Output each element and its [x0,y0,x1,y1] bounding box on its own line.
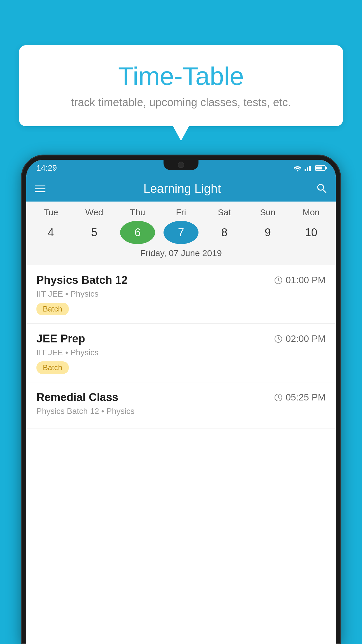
svg-line-8 [278,280,280,281]
schedule-item-physics-batch[interactable]: Physics Batch 12 01:00 PM IIT JEE • Phys… [26,265,336,324]
svg-rect-2 [307,167,308,171]
status-time: 14:29 [36,163,57,173]
schedule-list: Physics Batch 12 01:00 PM IIT JEE • Phys… [26,265,336,428]
schedule-item-subtitle-1: IIT JEE • Physics [36,289,326,299]
svg-point-0 [297,170,298,171]
day-header-thu: Thu [120,207,155,217]
app-title: Learning Light [57,182,307,196]
day-numbers: 4 5 6 7 8 9 10 [26,221,336,244]
day-7-selected[interactable]: 7 [164,221,198,244]
schedule-item-title-2: JEE Prep [36,332,85,345]
cell-signal-icon [305,165,313,171]
schedule-item-title-3: Remedial Class [36,391,118,404]
day-headers: Tue Wed Thu Fri Sat Sun Mon [26,207,336,217]
schedule-item-subtitle-2: IIT JEE • Physics [36,348,326,357]
phone-wrapper: 14:29 [21,155,341,644]
clock-icon-3 [274,393,283,402]
search-button[interactable] [316,183,327,195]
svg-line-5 [323,189,326,192]
batch-tag-1: Batch [36,303,69,315]
svg-line-14 [278,398,280,398]
app-feature-subtitle: track timetable, upcoming classes, tests… [36,96,326,109]
phone-notch [164,160,198,170]
day-header-tue: Tue [33,207,68,217]
phone-camera [178,162,184,168]
schedule-item-time-1: 01:00 PM [274,275,326,286]
svg-rect-3 [309,166,311,171]
day-header-mon: Mon [294,207,328,217]
schedule-item-time-2: 02:00 PM [274,333,326,344]
schedule-item-remedial[interactable]: Remedial Class 05:25 PM Physics Batch 12… [26,382,336,428]
app-bar: Learning Light [26,176,336,202]
schedule-item-subtitle-3: Physics Batch 12 • Physics [36,407,326,416]
schedule-item-jee-prep[interactable]: JEE Prep 02:00 PM IIT JEE • Physics Batc… [26,324,336,382]
phone-screen: 14:29 [26,160,336,644]
svg-rect-1 [305,169,306,171]
day-header-fri: Fri [164,207,198,217]
day-4[interactable]: 4 [33,221,68,244]
wifi-icon [293,164,302,172]
day-5[interactable]: 5 [77,221,112,244]
day-8[interactable]: 8 [207,221,242,244]
speech-bubble: Time-Table track timetable, upcoming cla… [19,45,343,126]
svg-line-11 [278,339,280,340]
schedule-item-time-3: 05:25 PM [274,392,326,403]
speech-bubble-container: Time-Table track timetable, upcoming cla… [19,45,343,126]
schedule-item-header-1: Physics Batch 12 01:00 PM [36,274,326,286]
day-6-today[interactable]: 6 [120,221,155,244]
day-10[interactable]: 10 [294,221,328,244]
clock-icon-1 [274,276,283,285]
calendar-strip: Tue Wed Thu Fri Sat Sun Mon 4 5 6 7 8 9 … [26,202,336,265]
battery-icon [315,165,326,171]
day-9[interactable]: 9 [250,221,285,244]
day-header-wed: Wed [77,207,112,217]
selected-date-label: Friday, 07 June 2019 [26,248,336,262]
app-feature-title: Time-Table [36,61,326,91]
schedule-item-title-1: Physics Batch 12 [36,274,128,286]
schedule-item-header-2: JEE Prep 02:00 PM [36,332,326,345]
phone-body: 14:29 [21,155,341,644]
status-icons [293,164,326,172]
batch-tag-2: Batch [36,361,69,374]
clock-icon-2 [274,335,283,343]
schedule-item-header-3: Remedial Class 05:25 PM [36,391,326,404]
day-header-sun: Sun [250,207,285,217]
hamburger-menu-icon[interactable] [35,186,45,192]
day-header-sat: Sat [207,207,242,217]
